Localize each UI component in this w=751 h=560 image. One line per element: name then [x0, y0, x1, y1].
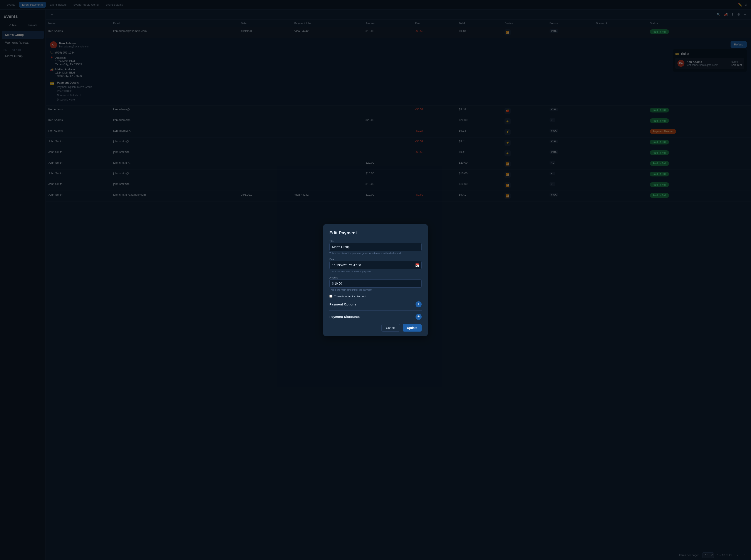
add-payment-option-button[interactable]: + [415, 301, 422, 307]
modal-overlay[interactable]: Edit Payment Title This is the title of … [0, 0, 751, 560]
title-field-hint: This is the title of the payment group f… [329, 252, 422, 255]
amount-field-hint: This is the main amount for the payment [329, 288, 422, 291]
payment-discounts-title: Payment Discounts [329, 315, 360, 319]
amount-field-group: Amount $ This is the main amount for the… [329, 276, 422, 291]
family-discount-row: There is a family discount [329, 295, 422, 298]
edit-payment-modal: Edit Payment Title This is the title of … [323, 224, 428, 336]
amount-field-label: Amount [329, 276, 422, 279]
payment-options-title: Payment Options [329, 302, 356, 306]
family-discount-label[interactable]: There is a family discount [334, 295, 366, 298]
family-discount-checkbox[interactable] [329, 295, 332, 298]
date-input-wrapper: 📅 [329, 261, 422, 269]
modal-title: Edit Payment [329, 231, 422, 235]
calendar-icon: 📅 [415, 263, 420, 267]
add-payment-discount-button[interactable]: + [415, 314, 422, 320]
title-field-group: Title This is the title of the payment g… [329, 240, 422, 255]
date-field-input[interactable] [329, 261, 422, 269]
amount-input-wrapper: $ [329, 279, 422, 287]
date-field-group: Date 📅 This is the end date to make a pa… [329, 258, 422, 273]
title-field-label: Title [329, 240, 422, 242]
cancel-button[interactable]: Cancel [381, 324, 400, 332]
title-field-input[interactable] [329, 243, 422, 251]
payment-options-row: Payment Options + [329, 301, 422, 311]
date-field-hint: This is the end date to make a payment [329, 270, 422, 273]
update-button[interactable]: Update [403, 324, 422, 332]
modal-footer: Cancel Update [329, 324, 422, 332]
amount-prefix: $ [332, 282, 334, 285]
date-field-label: Date [329, 258, 422, 261]
payment-discounts-row: Payment Discounts + [329, 314, 422, 320]
amount-field-input[interactable] [329, 279, 422, 287]
